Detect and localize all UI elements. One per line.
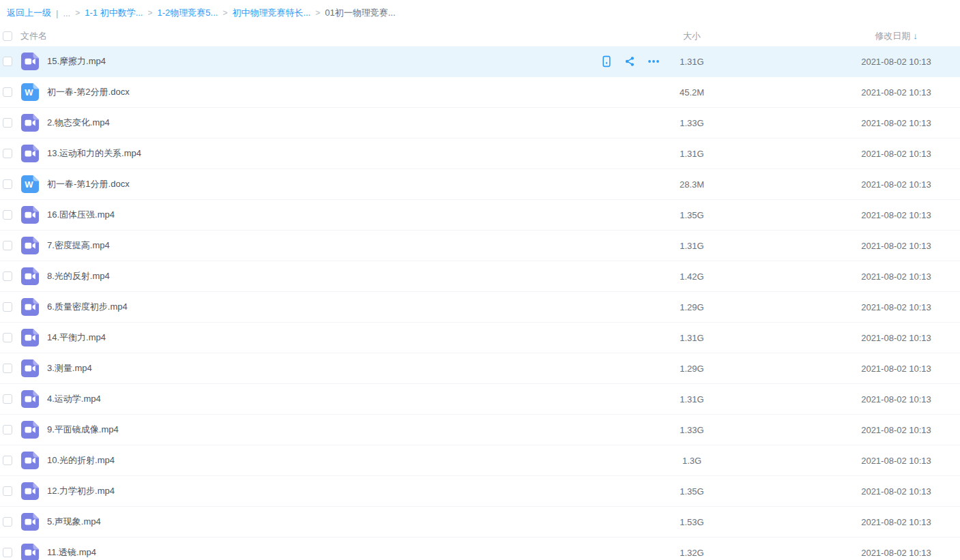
row-checkbox[interactable] [3,57,12,66]
row-checkbox[interactable] [3,486,12,496]
table-row[interactable]: W 13.运动和力的关系.mp4 [0,138,960,169]
svg-text:W: W [25,179,33,190]
table-row[interactable]: W 初一春-第2分册.docx [0,77,960,108]
file-size: 1.33G [663,118,721,128]
file-date: 2021-08-02 10:13 [832,57,960,67]
svg-text:W: W [25,87,33,98]
file-size: 1.31G [663,241,721,251]
row-checkbox[interactable] [3,425,12,434]
file-size: 1.35G [663,486,721,497]
video-file-icon [21,421,39,439]
file-name-link[interactable]: 14.平衡力.mp4 [47,331,106,344]
table-row[interactable]: W 5.声现象.mp4 [0,507,960,537]
row-checkbox[interactable] [3,87,12,97]
row-checkbox[interactable] [3,364,12,373]
file-date: 2021-08-02 10:13 [832,179,960,190]
file-size: 1.31G [663,394,721,404]
file-name-link[interactable]: 3.测量.mp4 [47,362,92,374]
breadcrumb-divider: | [56,8,58,18]
file-name-link[interactable]: 11.透镜.mp4 [47,546,96,559]
file-list: W 15.摩擦力.mp4 [0,46,960,560]
file-date: 2021-08-02 10:13 [832,517,960,527]
send-to-device-button[interactable] [600,55,613,68]
back-to-parent-link[interactable]: 返回上一级 [7,7,51,19]
table-row[interactable]: W 11.透镜.mp4 [0,537,960,560]
row-checkbox[interactable] [3,548,12,557]
row-checkbox[interactable] [3,302,12,312]
select-all-checkbox[interactable] [3,31,12,41]
file-date: 2021-08-02 10:13 [832,271,960,282]
table-row[interactable]: W 7.密度提高.mp4 [0,231,960,261]
breadcrumb-link-2[interactable]: 1-2物理竞赛5... [158,7,218,19]
file-date: 2021-08-02 10:13 [832,149,960,159]
table-row[interactable]: W 16.固体压强.mp4 [0,200,960,231]
video-file-icon [21,206,39,224]
video-file-icon [21,359,39,377]
file-name-link[interactable]: 6.质量密度初步.mp4 [47,301,128,313]
file-name-link[interactable]: 初一春-第1分册.docx [47,178,130,190]
breadcrumb: 返回上一级 | ... > 1-1 初中数学... > 1-2物理竞赛5... … [0,0,960,26]
file-date: 2021-08-02 10:13 [832,118,960,128]
table-row[interactable]: W 14.平衡力.mp4 [0,323,960,353]
sort-descending-icon[interactable]: ↓ [913,31,918,41]
file-name-link[interactable]: 初一春-第2分册.docx [47,86,130,98]
column-header-date[interactable]: 修改日期↓ [832,30,960,42]
video-file-icon [21,145,39,162]
table-row[interactable]: W 6.质量密度初步.mp4 [0,292,960,323]
breadcrumb-ellipsis[interactable]: ... [63,8,70,18]
video-file-icon [21,237,39,254]
breadcrumb-separator: > [75,8,80,18]
table-row[interactable]: W 4.运动学.mp4 [0,384,960,415]
file-size: 1.31G [663,149,721,159]
row-checkbox[interactable] [3,394,12,404]
table-row[interactable]: W 初一春-第1分册.docx [0,169,960,200]
table-row[interactable]: W 9.平面镜成像.mp4 [0,415,960,445]
file-date: 2021-08-02 10:13 [832,333,960,343]
row-checkbox[interactable] [3,210,12,220]
file-name-link[interactable]: 5.声现象.mp4 [47,516,101,528]
breadcrumb-link-1[interactable]: 1-1 初中数学... [85,7,143,19]
row-checkbox[interactable] [3,149,12,158]
file-name-link[interactable]: 13.运动和力的关系.mp4 [47,147,141,160]
row-checkbox[interactable] [3,271,12,281]
table-row[interactable]: W 3.测量.mp4 [0,353,960,384]
video-file-icon [21,452,39,469]
file-size: 1.42G [663,271,721,282]
row-checkbox[interactable] [3,179,12,189]
video-file-icon [21,329,39,347]
table-row[interactable]: W 15.摩擦力.mp4 [0,46,960,77]
video-file-icon [21,53,39,70]
file-name-link[interactable]: 15.摩擦力.mp4 [47,55,106,68]
file-name-link[interactable]: 8.光的反射.mp4 [47,270,110,282]
file-name-link[interactable]: 16.固体压强.mp4 [47,209,115,221]
file-size: 1.32G [663,548,721,558]
file-date: 2021-08-02 10:13 [832,87,960,98]
share-button[interactable] [624,55,636,68]
file-name-link[interactable]: 4.运动学.mp4 [47,393,101,405]
file-name-link[interactable]: 12.力学初步.mp4 [47,485,115,497]
table-row[interactable]: W 2.物态变化.mp4 [0,108,960,138]
share-icon [624,55,636,68]
file-name-link[interactable]: 7.密度提高.mp4 [47,239,110,252]
row-checkbox[interactable] [3,241,12,250]
file-name-link[interactable]: 9.平面镜成像.mp4 [47,424,119,436]
table-row[interactable]: W 12.力学初步.mp4 [0,476,960,507]
row-checkbox[interactable] [3,456,12,465]
row-hover-actions [600,55,663,68]
row-checkbox[interactable] [3,118,12,128]
breadcrumb-link-3[interactable]: 初中物理竞赛特长... [232,7,310,19]
more-actions-button[interactable] [647,55,660,68]
video-file-icon [21,513,39,531]
row-checkbox[interactable] [3,517,12,527]
table-row[interactable]: W 8.光的反射.mp4 [0,261,960,292]
row-checkbox[interactable] [3,333,12,342]
file-date: 2021-08-02 10:13 [832,302,960,312]
file-size: 45.2M [663,87,721,98]
table-row[interactable]: W 10.光的折射.mp4 [0,445,960,476]
breadcrumb-current-folder: 01初一物理竞赛... [325,7,395,19]
file-name-link[interactable]: 2.物态变化.mp4 [47,117,110,129]
column-header-size: 大小 [663,30,721,42]
video-file-icon [21,298,39,316]
file-name-link[interactable]: 10.光的折射.mp4 [47,454,115,467]
file-date: 2021-08-02 10:13 [832,364,960,374]
